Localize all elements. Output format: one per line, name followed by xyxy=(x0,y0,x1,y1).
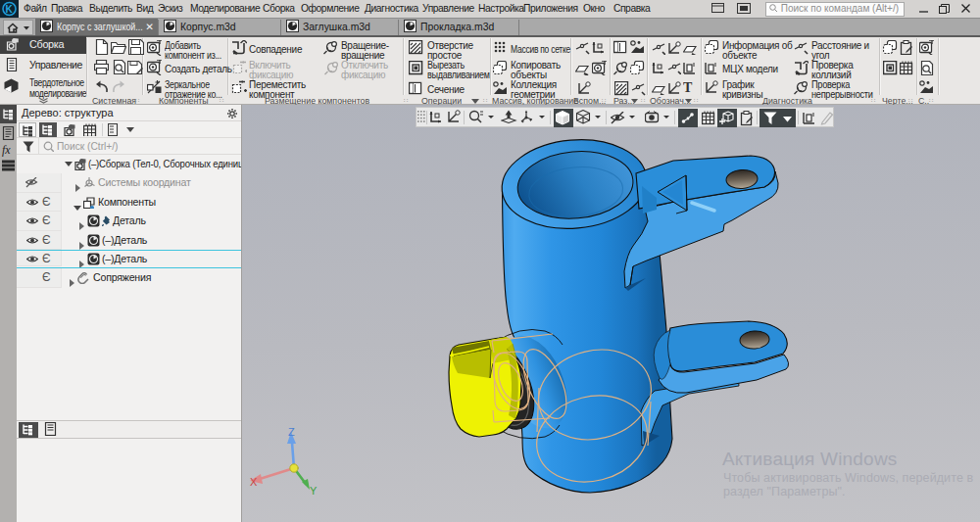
svg-text:X: X xyxy=(250,476,258,488)
svg-text:Y: Y xyxy=(310,485,318,497)
svg-text:Z: Z xyxy=(288,426,295,438)
svg-text:K: K xyxy=(6,4,14,15)
